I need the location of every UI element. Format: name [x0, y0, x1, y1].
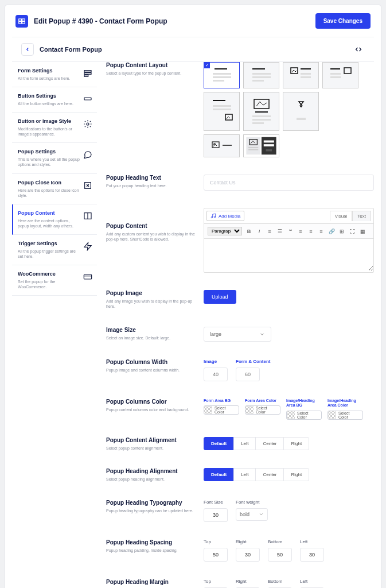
sidebar-item-desc: This is where you set all the popup opti… — [18, 157, 80, 167]
svg-rect-4 — [84, 71, 91, 72]
italic-icon[interactable]: I — [256, 228, 263, 235]
section-desc: Put your popup heading text here. — [106, 183, 197, 188]
align-right-icon[interactable]: ≡ — [318, 228, 325, 235]
align-center-icon[interactable]: ≡ — [307, 228, 314, 235]
layout-option[interactable] — [243, 134, 279, 157]
swatch-icon — [245, 406, 254, 414]
bulleted-list-icon[interactable]: ≡ — [266, 228, 273, 235]
insert-icon[interactable]: ⊞ — [338, 228, 345, 235]
heading-text-input[interactable] — [204, 175, 374, 191]
svg-rect-20 — [213, 80, 224, 82]
spacing-bottom-input[interactable] — [268, 548, 292, 562]
sidebar-item-desc: All the button settings are here. — [18, 101, 80, 106]
add-media-button[interactable]: Add Media — [206, 211, 244, 221]
font-weight-select[interactable]: bold — [236, 508, 268, 521]
color-picker[interactable]: Select Color — [327, 411, 363, 420]
align-option-right[interactable]: Right — [283, 468, 309, 481]
sidebar-item-desc: Here are the content options, popup layo… — [18, 218, 80, 229]
editor-tab-text[interactable]: Text — [352, 211, 371, 221]
save-changes-button[interactable]: Save Changes — [315, 13, 371, 29]
align-option-center[interactable]: Center — [255, 468, 284, 481]
svg-rect-32 — [344, 68, 351, 74]
layout-option[interactable] — [283, 62, 319, 88]
svg-rect-6 — [84, 75, 88, 77]
sidebar-item-desc: Here are the options for close icon styl… — [18, 188, 80, 198]
color-label: Image/Heading Area Color — [327, 399, 363, 408]
section-desc: Select a layout type for the popup conte… — [106, 71, 197, 76]
form-icon — [83, 69, 92, 78]
breadcrumb-title: Contact Form Popup — [40, 46, 102, 53]
fullscreen-icon[interactable]: ⛶ — [349, 228, 356, 235]
color-label: Image/Heading Area BG — [286, 399, 322, 408]
align-option-right[interactable]: Right — [283, 437, 309, 450]
numbered-list-icon[interactable]: ☰ — [276, 228, 283, 235]
sidebar-item-button-or-image-style[interactable]: Button or Image StyleModifications to th… — [12, 113, 97, 143]
code-toggle-button[interactable] — [352, 45, 365, 54]
layout-option[interactable] — [243, 92, 279, 131]
layout-option[interactable] — [322, 62, 358, 88]
layout-option[interactable] — [283, 92, 319, 131]
page-title: Edit Popup # 4390 - Contact Form Popup — [34, 17, 167, 25]
sidebar-item-title: Popup Content — [18, 210, 80, 216]
image-size-select[interactable]: large — [204, 327, 271, 342]
section-title-heading-align: Popup Heading Alignment — [106, 468, 197, 474]
align-option-left[interactable]: Left — [233, 437, 256, 450]
svg-rect-47 — [246, 137, 260, 154]
svg-rect-43 — [297, 118, 306, 120]
link-icon[interactable]: 🔗 — [328, 228, 335, 235]
margin-label: Left — [300, 579, 324, 584]
svg-rect-50 — [248, 149, 258, 150]
section-desc: Add any custom content you wish to displ… — [106, 231, 197, 242]
back-button[interactable] — [21, 43, 34, 56]
sidebar-item-popup-content[interactable]: Popup ContentHere are the content option… — [12, 204, 97, 235]
upload-button[interactable]: Upload — [204, 290, 236, 304]
svg-rect-34 — [213, 105, 231, 107]
spacing-right-input[interactable] — [236, 548, 260, 562]
sidebar-item-popup-close-icon[interactable]: Popup Close IconHere are the options for… — [12, 174, 97, 204]
section-desc: Popup image and content columns width. — [106, 368, 197, 373]
width-label-form: Form & Content — [236, 359, 270, 364]
editor-tab-visual[interactable]: Visual — [330, 211, 353, 221]
color-label: Form Area Color — [245, 399, 280, 403]
color-picker[interactable]: Select Color — [286, 411, 322, 420]
content-textarea[interactable] — [204, 239, 373, 271]
color-picker[interactable]: Select Color — [245, 405, 280, 415]
layout-option[interactable] — [204, 134, 240, 157]
align-option-default[interactable]: Default — [204, 468, 234, 481]
align-option-left[interactable]: Left — [233, 468, 256, 481]
spacing-top-input[interactable] — [204, 548, 228, 562]
color-picker[interactable]: Select Color — [204, 405, 239, 415]
align-left-icon[interactable]: ≡ — [297, 228, 304, 235]
layout-grid-row3 — [204, 134, 374, 157]
bold-icon[interactable]: B — [245, 228, 252, 235]
layout-grid-row1 — [204, 62, 374, 88]
sidebar-item-trigger-settings[interactable]: Trigger SettingsAll the popup trigger se… — [12, 235, 97, 265]
layout-option[interactable] — [243, 62, 279, 88]
sidebar-item-form-settings[interactable]: Form SettingsAll the form settings are h… — [12, 62, 97, 87]
width-input-form[interactable] — [236, 368, 260, 381]
paragraph-select[interactable]: Paragraph — [208, 227, 242, 235]
sidebar-item-woocommerce[interactable]: WooCommerceSet the popup for the WooComm… — [12, 265, 97, 296]
toolbar-toggle-icon[interactable]: ▦ — [359, 228, 366, 235]
svg-rect-5 — [84, 73, 91, 75]
sidebar-item-popup-settings[interactable]: Popup SettingsThis is where you set all … — [12, 143, 97, 173]
svg-rect-24 — [252, 80, 264, 82]
spacing-label: Top — [204, 539, 228, 544]
section-title-content: Popup Content — [106, 223, 197, 229]
align-option-default[interactable]: Default — [204, 437, 234, 450]
quote-icon[interactable]: ❝ — [287, 228, 294, 235]
font-size-input[interactable] — [204, 508, 228, 522]
layout-grid-row2 — [204, 92, 374, 131]
sidebar-item-button-settings[interactable]: Button SettingsAll the button settings a… — [12, 87, 97, 113]
svg-point-8 — [87, 123, 89, 125]
layout-option[interactable] — [204, 62, 240, 88]
align-option-center[interactable]: Center — [255, 437, 284, 450]
svg-rect-35 — [213, 109, 231, 110]
sidebar-item-desc: All the popup trigger settings are set h… — [18, 249, 80, 259]
svg-rect-27 — [301, 73, 311, 75]
layout-option[interactable] — [204, 92, 240, 131]
swatch-icon — [328, 411, 336, 419]
margin-label: Right — [236, 579, 260, 584]
width-input-image[interactable] — [204, 368, 228, 381]
spacing-left-input[interactable] — [300, 548, 324, 562]
